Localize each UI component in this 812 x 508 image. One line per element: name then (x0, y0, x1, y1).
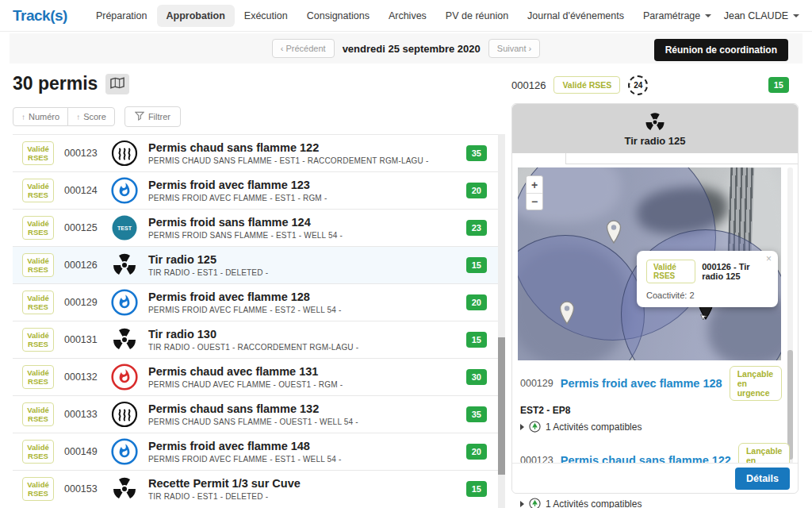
permit-number: 000131 (64, 334, 101, 345)
filter-button[interactable]: Filtrer (124, 106, 181, 127)
related-permit-link[interactable]: Permis froid avec flamme 128 (561, 377, 722, 390)
zone-map[interactable]: + − × Validé RSES 000126 - Tir radio 125… (518, 167, 781, 360)
table-row[interactable]: Validé RSES 000129 Permis froid avec fla… (13, 283, 498, 321)
permit-number: 000132 (64, 371, 101, 383)
table-row[interactable]: Validé RSES 000132 Permis chaud avec fla… (13, 358, 498, 395)
radiation-icon (111, 475, 138, 502)
permit-subtitle: PERMIS FROID AVEC FLAMME - EST1 - RGM - (148, 194, 327, 202)
app-logo[interactable]: Track(s) (13, 7, 67, 25)
status-badge: Validé RSES (22, 253, 54, 278)
table-row[interactable]: Validé RSES 000153 Recette Permit 1/3 su… (13, 470, 498, 507)
radiation-icon (111, 326, 138, 353)
zoom-in-button[interactable]: + (527, 176, 542, 193)
permit-subtitle: PERMIS FROID SANS FLAMME - EST1 - WELL 5… (148, 231, 343, 240)
permit-list: Validé RSES 000123 Permis chaud sans fla… (13, 134, 498, 507)
user-menu[interactable]: Jean CLAUDE (724, 10, 799, 21)
app-window: Track(s) Préparation Approbation Exécuti… (0, 0, 812, 508)
permit-subtitle: PERMIS FROID AVEC FLAMME - EST2 - WELL 5… (148, 306, 342, 314)
detail-scrollbar-thumb[interactable] (787, 350, 793, 460)
status-badge: Validé RSES (22, 291, 54, 315)
permit-title: Permis froid sans flamme 124 (148, 216, 343, 229)
permit-title: Permis chaud sans flamme 122 (148, 141, 428, 155)
compatible-activities-toggle[interactable]: 1 Activités compatibles (520, 421, 782, 433)
status-badge: Validé RSES (22, 216, 54, 241)
compatible-activities-toggle[interactable]: 1 Activités compatibles (520, 498, 782, 508)
nav-item-approbation[interactable]: Approbation (157, 5, 235, 27)
nav-item-pv-de-reunion[interactable]: PV de réunion (436, 5, 518, 27)
permit-subtitle: PERMIS FROID AVEC FLAMME - EST1 - WELL 5… (148, 455, 342, 464)
permit-number: 000129 (64, 297, 101, 308)
sort-toolbar: ↑ Numéro ↑ Score Filtrer (13, 106, 181, 127)
sort-by-score-button[interactable]: ↑ Score (67, 107, 115, 126)
permit-title: Tir radio 125 (148, 253, 268, 267)
status-badge: Validé RSES (22, 477, 54, 502)
permit-number: 000149 (64, 446, 101, 457)
coordination-meeting-button[interactable]: Réunion de coordination (654, 39, 788, 61)
score-badge: 15 (768, 77, 789, 93)
permit-title: Recette Permit 1/3 sur Cuve (148, 477, 301, 491)
popup-permit-title: 000126 - Tir radio 125 (702, 262, 768, 281)
table-row-selected[interactable]: Validé RSES 000126 Tir radio 125TIR RADI… (13, 246, 498, 283)
radiation-icon (111, 252, 138, 279)
status-badge: Validé RSES (22, 440, 54, 464)
table-row[interactable]: Validé RSES 000131 Tir radio 130TIR RADI… (13, 321, 498, 358)
permit-title: Permis froid avec flamme 148 (148, 440, 342, 453)
flame-blue-icon (111, 289, 138, 316)
top-navigation: Track(s) Préparation Approbation Exécuti… (0, 0, 812, 32)
nav-item-consignations[interactable]: Consignations (297, 5, 379, 27)
map-zoom-control: + − (526, 175, 543, 210)
urgence-badge: Lançable en urgence (730, 366, 782, 401)
details-button[interactable]: Détails (735, 468, 790, 490)
list-scrollbar[interactable] (498, 134, 505, 508)
arrow-up-icon: ↑ (21, 113, 25, 121)
nav-item-archives[interactable]: Archives (379, 5, 436, 27)
score-badge: 15 (466, 481, 487, 497)
next-day-button[interactable]: Suivant › (488, 39, 540, 58)
map-view-toggle-button[interactable] (105, 74, 129, 94)
score-badge: 35 (466, 145, 487, 161)
score-badge: 20 (466, 183, 487, 198)
related-permit-zone: EST2 - EP8 (520, 405, 782, 416)
permit-number: 000133 (64, 409, 101, 420)
permit-subtitle: TIR RADIO - EST1 - DELETED - (148, 492, 301, 501)
permit-number: 000124 (64, 185, 101, 196)
status-badge: Validé RSES (22, 179, 54, 203)
permit-number: 000125 (64, 222, 101, 233)
score-badge: 35 (466, 406, 487, 422)
detail-scrollbar[interactable] (787, 167, 793, 465)
map-marker-pin[interactable] (557, 301, 576, 328)
permit-title: Permis froid avec flamme 128 (148, 291, 342, 304)
zoom-out-button[interactable]: − (527, 193, 542, 210)
table-row[interactable]: Validé RSES 000124 Permis froid avec fla… (13, 171, 498, 209)
related-permit: 000129 Permis froid avec flamme 128 Lanç… (520, 366, 782, 433)
status-badge: Validé RSES (22, 141, 54, 166)
sort-by-numero-button[interactable]: ↑ Numéro (13, 107, 68, 126)
status-badge: Validé RSES (22, 328, 54, 352)
nav-item-journal[interactable]: Journal d'événements (518, 5, 634, 27)
score-badge: 23 (466, 220, 487, 236)
permit-title: Permis froid avec flamme 123 (148, 179, 327, 192)
table-row[interactable]: Validé RSES 000133 Permis chaud sans fla… (13, 395, 498, 433)
chevron-down-icon (705, 14, 711, 17)
detail-header: 000126 Validé RSES 24 15 (511, 75, 789, 95)
list-scrollbar-thumb[interactable] (498, 337, 505, 475)
table-row[interactable]: Validé RSES 000123 Permis chaud sans fla… (13, 134, 498, 171)
heat-waves-icon (111, 140, 138, 167)
score-badge: 20 (466, 444, 487, 460)
previous-day-button[interactable]: ‹ Précédent (272, 39, 335, 58)
permit-subtitle: PERMIS CHAUD SANS FLAMME - EST1 - RACCOR… (148, 156, 428, 165)
map-icon (110, 77, 124, 91)
nav-item-execution[interactable]: Exécution (235, 5, 297, 27)
nav-item-parametrage[interactable]: Paramétrage (634, 5, 721, 27)
nav-item-preparation[interactable]: Préparation (86, 5, 157, 27)
tab-map[interactable] (512, 153, 566, 164)
table-row[interactable]: Validé RSES 000149 Permis froid avec fla… (13, 433, 498, 470)
arrow-up-icon: ↑ (76, 113, 80, 121)
permit-title: Tir radio 130 (148, 328, 358, 341)
status-badge: Validé RSES (22, 365, 54, 390)
permit-number: 000123 (64, 148, 101, 159)
table-row[interactable]: Validé RSES 000125 TEST Permis froid san… (13, 209, 498, 246)
close-icon[interactable]: × (766, 253, 772, 264)
detail-card-footer: Détails (512, 463, 798, 493)
map-marker-pin[interactable] (604, 220, 623, 247)
